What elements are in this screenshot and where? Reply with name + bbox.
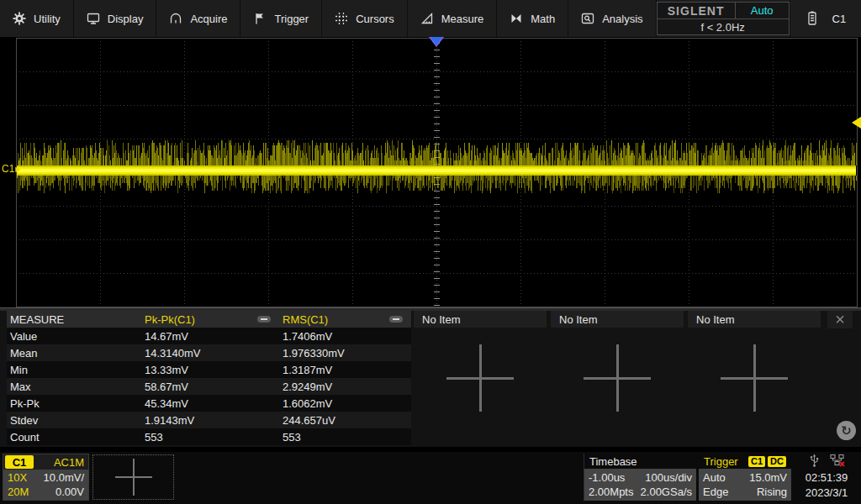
active-channel-label: C1	[832, 13, 847, 25]
measure-stat-row: Max58.67mV2.9249mV	[7, 378, 411, 395]
add-measurement-button[interactable]	[721, 344, 788, 412]
menu-item-label: Display	[108, 13, 144, 25]
empty-column-header: No Item	[688, 311, 821, 328]
menu-item-label: Acquire	[190, 13, 227, 25]
empty-measure-column: No Item	[551, 311, 684, 447]
oscilloscope-screen: UtilityDisplayAcquireTriggerCursorsMeasu…	[0, 0, 861, 504]
channel-offset: 0.00V	[55, 486, 84, 498]
reset-statistics-button[interactable]: ↻	[837, 421, 856, 440]
add-channel-button[interactable]	[92, 454, 174, 500]
bandwidth-limit: 20M	[8, 486, 29, 498]
empty-measure-column: No Item	[414, 311, 547, 447]
measure-table-title: MEASURE	[7, 313, 141, 326]
measure-column-name: Pk-Pk(C1)	[145, 313, 257, 326]
trigger-title: Trigger	[704, 455, 738, 468]
remove-measure-button[interactable]	[389, 316, 403, 323]
channel-badge[interactable]: C1	[5, 455, 34, 469]
channel-coupling: AC1M	[54, 456, 88, 469]
stat-value: 553	[279, 431, 411, 444]
menu-item-label: Utility	[34, 13, 61, 25]
analysis-icon	[581, 12, 594, 25]
active-channel-section[interactable]: C1	[790, 0, 861, 37]
acquisition-status-badge: Auto	[736, 3, 789, 18]
empty-column-header: No Item	[551, 311, 684, 328]
trigger-type: Edge	[703, 486, 728, 498]
stat-value: 553	[141, 431, 279, 444]
add-measurement-button[interactable]	[584, 344, 651, 412]
channel-offset-marker[interactable]: C1 ▶	[2, 163, 21, 175]
measure-stat-row: Mean14.3140mV1.976330mV	[7, 344, 411, 361]
add-measurement-button[interactable]	[446, 344, 514, 412]
menu-item-utility[interactable]: Utility	[0, 0, 74, 37]
menu-item-analysis[interactable]: Analysis	[568, 0, 656, 37]
stat-label: Mean	[7, 347, 141, 360]
menu-item-label: Math	[531, 13, 555, 25]
menu-item-measure[interactable]: Measure	[408, 0, 498, 37]
trigger-frequency-readout: f < 2.0Hz	[658, 19, 789, 34]
usb-icon	[807, 454, 821, 470]
stat-value: 1.3187mV	[279, 364, 411, 376]
measure-panel: MEASUREPk-Pk(C1)RMS(C1)Value14.67mV1.740…	[0, 311, 861, 447]
scope-display[interactable]: C1 ▶	[0, 37, 861, 307]
stat-value: 14.67mV	[141, 330, 279, 343]
volts-per-div: 10.0mV/	[44, 471, 84, 484]
stat-label: Min	[7, 364, 141, 376]
menu-item-cursors[interactable]: Cursors	[322, 0, 408, 37]
menu-item-label: Analysis	[602, 13, 642, 25]
measure-stat-row: Pk-Pk45.34mV1.6062mV	[7, 395, 411, 412]
stat-label: Stdev	[7, 414, 141, 427]
measure-stat-row: Value14.67mV1.7406mV	[7, 328, 411, 344]
menu-item-trigger[interactable]: Trigger	[240, 0, 322, 37]
stat-label: Count	[7, 431, 141, 444]
trigger-coupling-badge: DC	[768, 456, 786, 467]
timebase-title: Timebase	[589, 455, 637, 468]
trigger-flag-icon	[253, 12, 267, 25]
menu-item-acquire[interactable]: Acquire	[156, 0, 240, 37]
close-measure-panel-button[interactable]: ×	[827, 311, 853, 328]
measure-icon	[420, 12, 434, 25]
empty-column-header: No Item	[414, 311, 547, 328]
stat-value: 1.6062mV	[279, 397, 411, 410]
channel-descriptor-box[interactable]: C1 AC1M 10X 10.0mV/ 20M 0.00V	[3, 454, 89, 501]
status-box: SIGLENT Auto f < 2.0Hz	[657, 2, 790, 35]
measure-column-header[interactable]: RMS(C1)	[279, 313, 411, 326]
measure-column-header[interactable]: Pk-Pk(C1)	[141, 313, 279, 326]
menu-item-label: Cursors	[356, 13, 394, 25]
math-icon	[510, 12, 523, 25]
remove-measure-button[interactable]	[257, 316, 271, 323]
trigger-slope: Rising	[757, 486, 787, 498]
trigger-level: 15.0mV	[749, 471, 787, 484]
menu-item-math[interactable]: Math	[497, 0, 568, 37]
stat-label: Value	[7, 330, 141, 343]
siglent-logo: SIGLENT	[658, 3, 736, 18]
bottom-bar: C1 AC1M 10X 10.0mV/ 20M 0.00V Timebase	[0, 452, 861, 504]
stat-value: 13.33mV	[141, 364, 279, 376]
measure-stat-row: Min13.33mV1.3187mV	[7, 361, 411, 378]
system-date: 2023/3/1	[806, 486, 848, 501]
cursors-icon	[335, 12, 348, 25]
waveform-canvas	[0, 37, 861, 307]
stat-value: 45.34mV	[141, 397, 279, 410]
display-icon	[87, 12, 100, 25]
stat-value: 1.7406mV	[279, 330, 411, 343]
trigger-position-marker[interactable]	[429, 37, 444, 47]
trigger-level-marker[interactable]	[852, 117, 861, 129]
gear-icon	[13, 12, 26, 25]
channel-list-icon	[806, 11, 819, 26]
stat-label: Max	[7, 381, 141, 393]
lan-disconnected-icon	[830, 454, 846, 470]
menu-item-display[interactable]: Display	[74, 0, 157, 37]
menu-bar: UtilityDisplayAcquireTriggerCursorsMeasu…	[0, 0, 861, 37]
trigger-source-badge: C1	[748, 456, 765, 467]
stat-label: Pk-Pk	[7, 397, 141, 410]
probe-attenuation: 10X	[8, 471, 27, 484]
timebase-box[interactable]: Timebase -1.00us 100us/div 2.00Mpts 2.00…	[584, 454, 696, 501]
empty-measure-column: No Item	[688, 311, 821, 447]
measure-stat-row: Stdev1.9143mV244.657uV	[7, 412, 411, 428]
stat-value: 1.9143mV	[141, 414, 279, 427]
stat-value: 14.3140mV	[141, 347, 279, 360]
acquire-icon	[169, 12, 182, 25]
measure-table: MEASUREPk-Pk(C1)RMS(C1)Value14.67mV1.740…	[7, 311, 411, 445]
trigger-box[interactable]: Trigger C1 DC Auto 15.0mV Edge Rising	[699, 454, 791, 501]
stat-value: 58.67mV	[141, 381, 279, 393]
